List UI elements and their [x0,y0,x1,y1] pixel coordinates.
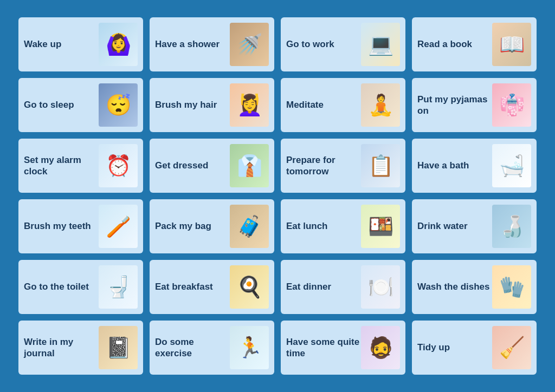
card-illustration-readbook: 📖 [492,23,531,66]
card-qtime[interactable]: Have some quite time🧔 [281,321,405,375]
card-label-tidy: Tidy up [417,342,492,353]
card-label-tomorrow: Prepare for tomorrow [286,154,361,178]
card-illustration-bag: 🧳 [230,205,269,248]
card-label-wake-up: Wake up [24,38,99,50]
card-label-journal: Write in my journal [24,336,99,360]
card-tidy[interactable]: Tidy up🧹 [412,321,537,375]
card-label-lunch: Eat lunch [286,220,361,232]
card-illustration-pyjamas: 👘 [492,83,531,127]
card-tomorrow[interactable]: Prepare for tomorrow📋 [281,139,405,193]
card-teeth[interactable]: Brush my teeth🪥 [18,199,143,253]
card-label-bag: Pack my bag [155,220,230,232]
card-work[interactable]: Go to work💻 [281,17,405,71]
card-label-alarm: Set my alarm clock [24,154,99,178]
card-label-exercise: Do some exercise [155,336,230,360]
card-illustration-dishes: 🧤 [492,265,531,309]
card-journal[interactable]: Write in my journal📓 [18,321,143,375]
card-label-toilet: Go to the toilet [24,281,99,292]
card-alarm[interactable]: Set my alarm clock⏰ [18,139,143,193]
card-label-readbook: Read a book [417,38,492,50]
card-label-teeth: Brush my teeth [24,220,99,232]
card-label-dinner: Eat dinner [286,281,361,292]
card-illustration-qtime: 🧔 [361,326,400,369]
card-illustration-shower: 🚿 [230,23,269,66]
card-label-meditate: Meditate [286,99,361,110]
card-illustration-dressed: 👔 [230,144,269,187]
card-illustration-wake-up: 🙆‍♀️ [99,23,138,66]
card-illustration-breakfast: 🍳 [230,265,269,309]
card-label-water: Drink water [417,220,492,232]
card-illustration-tomorrow: 📋 [361,144,400,187]
card-illustration-tidy: 🧹 [492,326,531,369]
card-illustration-toilet: 🚽 [99,265,138,309]
card-wake-up[interactable]: Wake up🙆‍♀️ [18,17,143,71]
card-illustration-work: 💻 [361,23,400,66]
card-illustration-exercise: 🏃 [230,326,269,369]
card-brushhair[interactable]: Brush my hair💆‍♀️ [150,78,274,132]
card-illustration-meditate: 🧘 [361,83,400,127]
card-dinner[interactable]: Eat dinner🍽️ [281,260,405,314]
card-dishes[interactable]: Wash the dishes🧤 [412,260,537,314]
card-illustration-brushhair: 💆‍♀️ [230,83,269,127]
card-exercise[interactable]: Do some exercise🏃 [150,321,274,375]
card-bag[interactable]: Pack my bag🧳 [150,199,274,253]
card-illustration-sleep: 😴 [99,83,138,127]
card-bath[interactable]: Have a bath🛁 [412,139,537,193]
card-pyjamas[interactable]: Put my pyjamas on👘 [412,78,537,132]
card-illustration-lunch: 🍱 [361,205,400,248]
activity-grid: Wake up🙆‍♀️Have a shower🚿Go to work💻Read… [9,8,546,384]
card-label-pyjamas: Put my pyjamas on [417,94,492,117]
card-shower[interactable]: Have a shower🚿 [150,17,274,71]
card-readbook[interactable]: Read a book📖 [412,17,537,71]
card-dressed[interactable]: Get dressed👔 [150,139,274,193]
card-water[interactable]: Drink water🍶 [412,199,537,253]
card-label-shower: Have a shower [155,38,230,50]
card-label-brushhair: Brush my hair [155,99,230,110]
card-breakfast[interactable]: Eat breakfast🍳 [150,260,274,314]
card-label-sleep: Go to sleep [24,99,99,110]
card-meditate[interactable]: Meditate🧘 [281,78,405,132]
card-sleep[interactable]: Go to sleep😴 [18,78,143,132]
card-label-qtime: Have some quite time [286,336,361,360]
card-illustration-bath: 🛁 [492,144,531,187]
card-label-breakfast: Eat breakfast [155,281,230,292]
card-illustration-dinner: 🍽️ [361,265,400,309]
card-label-dressed: Get dressed [155,160,230,171]
card-label-work: Go to work [286,38,361,50]
card-illustration-journal: 📓 [99,326,138,369]
card-toilet[interactable]: Go to the toilet🚽 [18,260,143,314]
card-label-bath: Have a bath [417,160,492,171]
card-label-dishes: Wash the dishes [417,281,492,292]
card-illustration-water: 🍶 [492,205,531,248]
card-illustration-teeth: 🪥 [99,205,138,248]
card-illustration-alarm: ⏰ [99,144,138,187]
card-lunch[interactable]: Eat lunch🍱 [281,199,405,253]
